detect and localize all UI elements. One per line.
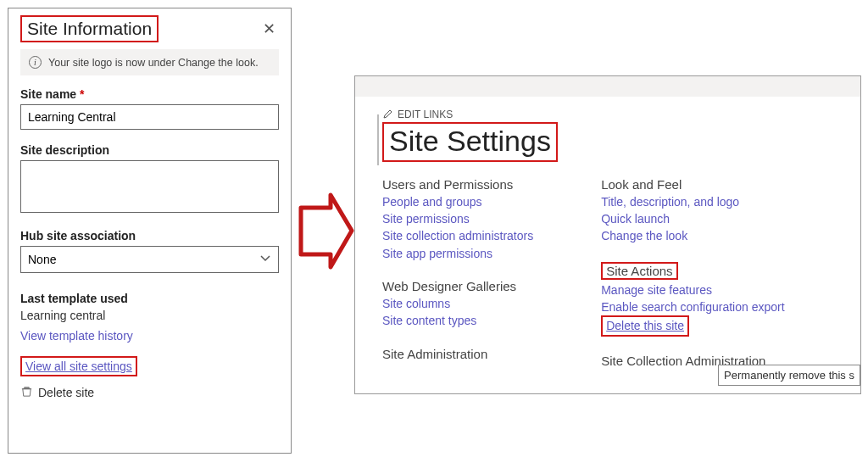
users-permissions-block: Users and Permissions People and groups … [382,177,533,262]
title-description-logo-link[interactable]: Title, description, and logo [601,193,784,210]
site-settings-title: Site Settings [382,122,558,162]
site-administration-block: Site Administration [382,347,533,361]
trash-icon [20,385,33,400]
info-icon: i [29,56,42,69]
settings-columns: Users and Permissions People and groups … [382,177,860,385]
delete-site-button[interactable]: Delete site [20,385,279,400]
panel-title: Site Information [20,15,159,42]
site-settings-body: EDIT LINKS Site Settings Users and Permi… [355,97,860,385]
close-button[interactable]: ✕ [259,16,279,42]
site-content-types-link[interactable]: Site content types [382,312,533,329]
hub-association-select[interactable]: None [20,246,279,273]
site-description-label: Site description [20,143,279,157]
info-message: Your site logo is now under Change the l… [48,57,259,69]
site-settings-page: EDIT LINKS Site Settings Users and Permi… [354,75,861,394]
look-and-feel-block: Look and Feel Title, description, and lo… [601,177,784,245]
people-and-groups-link[interactable]: People and groups [382,193,533,210]
quick-launch-link[interactable]: Quick launch [601,210,784,227]
site-information-panel: Site Information ✕ i Your site logo is n… [8,8,292,454]
arrow-icon [297,191,356,271]
enable-search-config-link[interactable]: Enable search configuration export [601,298,784,315]
site-name-label: Site name * [20,87,279,101]
web-designer-block: Web Designer Galleries Site columns Site… [382,279,533,330]
site-permissions-link[interactable]: Site permissions [382,210,533,227]
manage-site-features-link[interactable]: Manage site features [601,281,784,298]
site-columns-link[interactable]: Site columns [382,295,533,312]
panel-header: Site Information ✕ [20,15,279,42]
site-actions-block: Site Actions Manage site features Enable… [601,262,784,337]
settings-column-left: Users and Permissions People and groups … [382,177,533,385]
view-all-site-settings-link[interactable]: View all site settings [20,356,137,376]
site-administration-heading: Site Administration [382,347,533,361]
site-name-input[interactable] [20,104,279,130]
title-divider [377,114,379,165]
last-template-label: Last template used [20,292,279,305]
pencil-icon [382,109,392,120]
delete-this-site-link[interactable]: Delete this site [601,315,689,336]
delete-site-label: Delete site [38,386,94,399]
hub-association-dropdown[interactable]: None [20,246,279,273]
site-app-permissions-link[interactable]: Site app permissions [382,245,533,262]
look-and-feel-heading: Look and Feel [601,177,784,192]
view-template-history-link[interactable]: View template history [20,329,133,343]
site-actions-heading: Site Actions [601,262,677,280]
change-the-look-link[interactable]: Change the look [601,227,784,244]
site-description-input[interactable] [20,160,279,213]
delete-tooltip: Permanently remove this s [718,365,860,386]
site-collection-admins-link[interactable]: Site collection administrators [382,227,533,244]
users-permissions-heading: Users and Permissions [382,177,533,192]
settings-column-right: Look and Feel Title, description, and lo… [601,177,784,385]
last-template-value: Learning central [20,309,279,322]
web-designer-heading: Web Designer Galleries [382,279,533,293]
top-bar [355,76,860,97]
edit-links-button[interactable]: EDIT LINKS [382,109,860,120]
info-bar: i Your site logo is now under Change the… [20,49,279,75]
hub-association-label: Hub site association [20,229,279,242]
